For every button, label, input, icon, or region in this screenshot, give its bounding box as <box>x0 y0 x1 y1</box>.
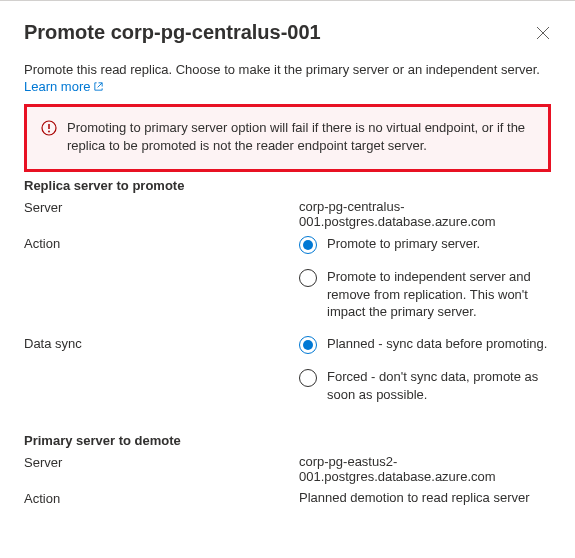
primary-action-value: Planned demotion to read replica server <box>299 490 551 506</box>
primary-action-label: Action <box>24 490 299 506</box>
learn-more-label: Learn more <box>24 79 90 94</box>
datasync-radio-group: Planned - sync data before promoting. Fo… <box>299 335 551 403</box>
error-icon <box>41 120 57 136</box>
alert-text: Promoting to primary server option will … <box>67 119 534 155</box>
radio-label: Planned - sync data before promoting. <box>327 335 547 353</box>
primary-action-row: Action Planned demotion to read replica … <box>24 490 551 506</box>
radio-icon <box>299 236 317 254</box>
datasync-option-forced[interactable]: Forced - don't sync data, promote as soo… <box>299 368 551 403</box>
panel-header: Promote corp-pg-centralus-001 <box>0 1 575 62</box>
replica-server-label: Server <box>24 199 299 229</box>
replica-server-row: Server corp-pg-centralus-001.postgres.da… <box>24 199 551 229</box>
radio-label: Promote to independent server and remove… <box>327 268 551 321</box>
datasync-label: Data sync <box>24 335 299 403</box>
replica-server-value: corp-pg-centralus-001.postgres.database.… <box>299 199 551 229</box>
learn-more-link[interactable]: Learn more <box>24 79 104 94</box>
external-link-icon <box>93 81 104 92</box>
datasync-option-planned[interactable]: Planned - sync data before promoting. <box>299 335 551 354</box>
panel-content: Promote this read replica. Choose to mak… <box>0 62 575 506</box>
action-option-independent[interactable]: Promote to independent server and remove… <box>299 268 551 321</box>
action-radio-group: Promote to primary server. Promote to in… <box>299 235 551 321</box>
replica-section-title: Replica server to promote <box>24 178 551 193</box>
panel-title: Promote corp-pg-centralus-001 <box>24 21 321 44</box>
radio-icon <box>299 369 317 387</box>
primary-section-title: Primary server to demote <box>24 433 551 448</box>
action-option-primary[interactable]: Promote to primary server. <box>299 235 551 254</box>
promote-panel: Promote corp-pg-centralus-001 Promote th… <box>0 0 575 506</box>
replica-action-label: Action <box>24 235 299 321</box>
datasync-row: Data sync Planned - sync data before pro… <box>24 335 551 403</box>
primary-server-label: Server <box>24 454 299 484</box>
close-button[interactable] <box>535 25 551 41</box>
svg-point-4 <box>48 131 50 133</box>
close-icon <box>536 26 550 40</box>
radio-label: Forced - don't sync data, promote as soo… <box>327 368 551 403</box>
radio-icon <box>299 269 317 287</box>
replica-action-row: Action Promote to primary server. Promot… <box>24 235 551 321</box>
primary-server-row: Server corp-pg-eastus2-001.postgres.data… <box>24 454 551 484</box>
primary-server-value: corp-pg-eastus2-001.postgres.database.az… <box>299 454 551 484</box>
radio-icon <box>299 336 317 354</box>
intro-text: Promote this read replica. Choose to mak… <box>24 62 551 77</box>
warning-alert: Promoting to primary server option will … <box>24 104 551 172</box>
radio-label: Promote to primary server. <box>327 235 480 253</box>
